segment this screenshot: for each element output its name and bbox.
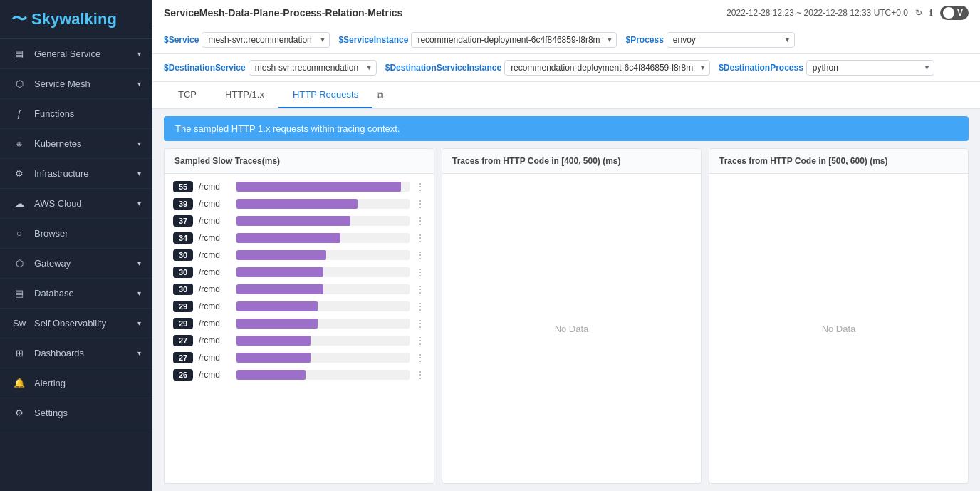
sidebar-icon-dashboards: ⊞: [11, 348, 27, 358]
trace-menu-icon[interactable]: ⋮: [415, 284, 425, 295]
trace-label: /rcmd: [199, 199, 231, 209]
trace-menu-icon[interactable]: ⋮: [415, 181, 425, 192]
sidebar-icon-self-observability: Sw: [11, 318, 27, 329]
trace-menu-icon[interactable]: ⋮: [415, 249, 425, 261]
sidebar-item-general-service[interactable]: ▤ General Service ▾: [0, 39, 152, 69]
service-instance-label: $ServiceInstance: [338, 35, 408, 45]
trace-item[interactable]: 29 /rcmd ⋮: [165, 315, 434, 332]
sidebar-label-gateway: Gateway: [34, 258, 137, 269]
dest-service-select[interactable]: mesh-svr::recommendation: [249, 60, 377, 76]
trace-bar: [236, 267, 323, 277]
sidebar-icon-service-mesh: ⬡: [11, 78, 27, 89]
sidebar-item-service-mesh[interactable]: ⬡ Service Mesh ▾: [0, 69, 152, 99]
service-select[interactable]: mesh-svr::recommendation: [202, 32, 330, 48]
trace-item[interactable]: 29 /rcmd ⋮: [165, 298, 434, 315]
trace-label: /rcmd: [199, 267, 231, 277]
filter-row-1: $Service mesh-svr::recommendation $Servi…: [152, 26, 980, 54]
sidebar-label-alerting: Alerting: [34, 378, 141, 388]
trace-label: /rcmd: [199, 233, 231, 243]
dest-process-select[interactable]: python: [806, 60, 934, 76]
trace-bar: [236, 182, 401, 192]
trace-bar: [236, 216, 350, 226]
trace-item[interactable]: 30 /rcmd ⋮: [165, 247, 434, 264]
sidebar-item-database[interactable]: ▤ Database ▾: [0, 279, 152, 309]
trace-badge: 30: [173, 284, 193, 295]
trace-badge: 30: [173, 267, 193, 278]
service-select-wrap: mesh-svr::recommendation: [202, 32, 330, 48]
dest-process-select-wrap: python: [806, 60, 934, 76]
trace-bar-wrap: [236, 233, 410, 243]
process-select-wrap: envoy: [667, 32, 795, 48]
filter-row-2: $DestinationService mesh-svr::recommenda…: [152, 54, 980, 82]
trace-menu-icon[interactable]: ⋮: [415, 232, 425, 244]
sidebar-label-aws-cloud: AWS Cloud: [34, 198, 137, 209]
sidebar-item-browser[interactable]: ○ Browser: [0, 219, 152, 249]
slow-traces-panel: Sampled Slow Traces(ms) 55 /rcmd ⋮ 39 /r…: [164, 148, 434, 484]
chevron-icon-database: ▾: [137, 289, 141, 297]
service-filter: $Service mesh-svr::recommendation: [164, 32, 330, 48]
copy-icon[interactable]: ⧉: [377, 90, 383, 101]
trace-menu-icon[interactable]: ⋮: [415, 369, 425, 381]
tab-tcp[interactable]: TCP: [164, 82, 211, 108]
sidebar-label-functions: Functions: [34, 108, 141, 119]
http-400-no-data: No Data: [442, 178, 701, 479]
trace-label: /rcmd: [199, 301, 231, 311]
trace-menu-icon[interactable]: ⋮: [415, 352, 425, 363]
trace-bar: [236, 336, 311, 346]
trace-bar-wrap: [236, 199, 410, 209]
sidebar-item-alerting[interactable]: 🔔 Alerting: [0, 368, 152, 398]
trace-badge: 26: [173, 369, 193, 381]
tab-http-requests[interactable]: HTTP Requests: [278, 82, 372, 108]
sidebar-item-functions[interactable]: ƒ Functions: [0, 99, 152, 129]
trace-menu-icon[interactable]: ⋮: [415, 198, 425, 210]
trace-label: /rcmd: [199, 336, 231, 346]
trace-item[interactable]: 27 /rcmd ⋮: [165, 332, 434, 349]
process-select[interactable]: envoy: [667, 32, 795, 48]
trace-label: /rcmd: [199, 250, 231, 260]
trace-badge: 27: [173, 352, 193, 363]
trace-bar: [236, 233, 340, 243]
view-toggle[interactable]: V: [940, 6, 969, 20]
trace-menu-icon[interactable]: ⋮: [415, 318, 425, 329]
trace-item[interactable]: 26 /rcmd ⋮: [165, 366, 434, 383]
sidebar-item-aws-cloud[interactable]: ☁ AWS Cloud ▾: [0, 189, 152, 219]
sidebar-item-infrastructure[interactable]: ⚙ Infrastructure ▾: [0, 159, 152, 189]
trace-bar-wrap: [236, 319, 410, 329]
trace-menu-icon[interactable]: ⋮: [415, 335, 425, 346]
trace-menu-icon[interactable]: ⋮: [415, 215, 425, 227]
trace-item[interactable]: 34 /rcmd ⋮: [165, 229, 434, 247]
sidebar-label-settings: Settings: [34, 408, 141, 418]
trace-menu-icon[interactable]: ⋮: [415, 301, 425, 312]
topbar-right: 2022-12-28 12:23 ~ 2022-12-28 12:33 UTC+…: [726, 6, 969, 20]
sidebar-item-self-observability[interactable]: Sw Self Observability ▾: [0, 309, 152, 338]
trace-item[interactable]: 30 /rcmd ⋮: [165, 281, 434, 298]
trace-item[interactable]: 55 /rcmd ⋮: [165, 178, 434, 195]
trace-bar: [236, 250, 326, 260]
trace-label: /rcmd: [199, 216, 231, 226]
chevron-icon-kubernetes: ▾: [137, 140, 141, 148]
chevron-icon-dashboards: ▾: [137, 349, 141, 357]
http-500-no-data: No Data: [709, 178, 968, 479]
trace-bar: [236, 284, 323, 294]
sidebar-item-dashboards[interactable]: ⊞ Dashboards ▾: [0, 338, 152, 368]
refresh-icon[interactable]: ↻: [915, 8, 922, 18]
trace-label: /rcmd: [199, 353, 231, 363]
sidebar-icon-database: ▤: [11, 288, 27, 299]
page-title: ServiceMesh-Data-Plane-Process-Relation-…: [164, 7, 402, 19]
sidebar-item-settings[interactable]: ⚙ Settings: [0, 398, 152, 428]
trace-item[interactable]: 37 /rcmd ⋮: [165, 212, 434, 229]
service-instance-select[interactable]: recommendation-deployment-6c4f846859-l8r…: [411, 32, 617, 48]
trace-item[interactable]: 30 /rcmd ⋮: [165, 264, 434, 281]
trace-item[interactable]: 27 /rcmd ⋮: [165, 349, 434, 366]
dest-service-instance-select[interactable]: recommendation-deployment-6c4f846859-l8r…: [504, 60, 710, 76]
info-icon[interactable]: ℹ: [929, 8, 933, 18]
trace-menu-icon[interactable]: ⋮: [415, 267, 425, 278]
trace-label: /rcmd: [199, 319, 231, 329]
trace-item[interactable]: 39 /rcmd ⋮: [165, 195, 434, 212]
trace-bar-wrap: [236, 370, 410, 380]
http-400-header: Traces from HTTP Code in [400, 500) (ms): [442, 149, 701, 174]
sidebar-item-gateway[interactable]: ⬡ Gateway ▾: [0, 249, 152, 279]
sidebar-item-kubernetes[interactable]: ⎈ Kubernetes ▾: [0, 129, 152, 159]
tab-http1x[interactable]: HTTP/1.x: [211, 82, 278, 108]
trace-badge: 29: [173, 318, 193, 329]
